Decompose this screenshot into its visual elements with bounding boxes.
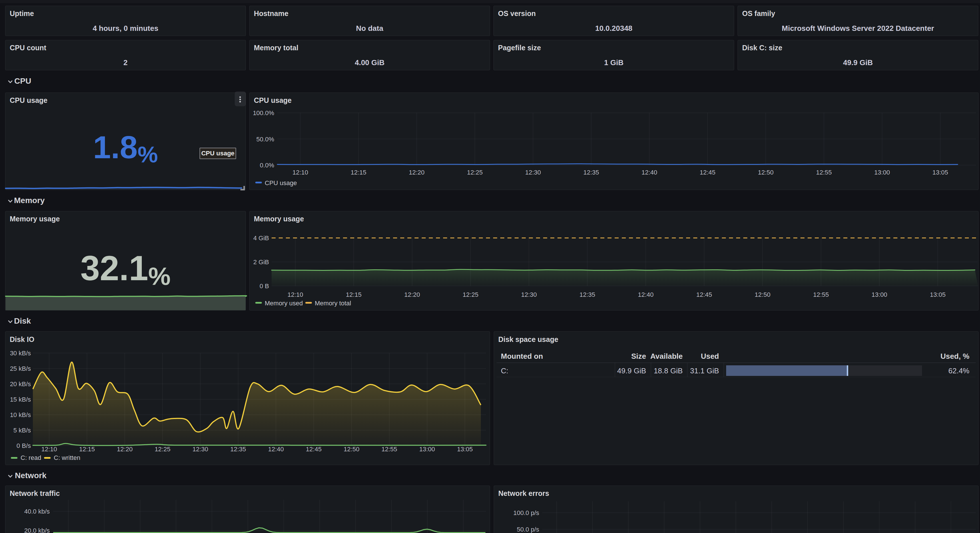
svg-text:C: written: C: written xyxy=(54,454,80,461)
svg-text:15 kB/s: 15 kB/s xyxy=(10,396,31,403)
svg-text:12:55: 12:55 xyxy=(813,291,829,298)
svg-text:Memory used: Memory used xyxy=(265,300,303,307)
svg-text:12:40: 12:40 xyxy=(638,291,654,298)
svg-text:C: read: C: read xyxy=(21,454,41,461)
svg-text:12:35: 12:35 xyxy=(583,169,599,176)
svg-text:12:10: 12:10 xyxy=(287,291,303,298)
svg-text:100.0 p/s: 100.0 p/s xyxy=(513,509,539,516)
svg-text:13:00: 13:00 xyxy=(419,446,435,453)
svg-text:Available: Available xyxy=(651,352,682,360)
svg-text:12:50: 12:50 xyxy=(758,169,773,176)
svg-text:12:15: 12:15 xyxy=(350,169,366,176)
svg-text:50.0 p/s: 50.0 p/s xyxy=(517,526,539,533)
svg-text:12:45: 12:45 xyxy=(700,169,715,176)
svg-text:62.4%: 62.4% xyxy=(948,366,969,375)
svg-text:12:15: 12:15 xyxy=(79,446,95,453)
svg-text:12:20: 12:20 xyxy=(409,169,425,176)
svg-text:25 kB/s: 25 kB/s xyxy=(10,365,31,372)
svg-text:12:30: 12:30 xyxy=(525,169,541,176)
svg-text:Used, %: Used, % xyxy=(940,352,969,360)
svg-text:13:05: 13:05 xyxy=(457,446,473,453)
svg-text:13:05: 13:05 xyxy=(932,169,948,176)
svg-text:12:30: 12:30 xyxy=(192,446,208,453)
svg-text:12:15: 12:15 xyxy=(346,291,362,298)
svg-text:12:10: 12:10 xyxy=(41,446,57,453)
svg-text:Mounted on: Mounted on xyxy=(501,352,543,360)
svg-text:100.0%: 100.0% xyxy=(253,109,274,117)
svg-text:12:40: 12:40 xyxy=(641,169,657,176)
svg-text:12:20: 12:20 xyxy=(117,446,133,453)
svg-text:20 kB/s: 20 kB/s xyxy=(10,381,31,388)
svg-text:2 GiB: 2 GiB xyxy=(253,259,269,266)
svg-text:13:00: 13:00 xyxy=(874,169,890,176)
svg-text:12:35: 12:35 xyxy=(230,446,246,453)
svg-text:13:00: 13:00 xyxy=(871,291,887,298)
svg-text:12:25: 12:25 xyxy=(467,169,482,176)
svg-text:30 kB/s: 30 kB/s xyxy=(10,350,31,357)
svg-text:50.0%: 50.0% xyxy=(256,136,274,143)
svg-text:12:10: 12:10 xyxy=(293,169,308,176)
svg-text:0 B/s: 0 B/s xyxy=(17,442,31,449)
svg-text:49.9 GiB: 49.9 GiB xyxy=(617,366,646,375)
svg-text:5 kB/s: 5 kB/s xyxy=(13,427,31,434)
svg-text:12:45: 12:45 xyxy=(697,291,712,298)
svg-text:12:25: 12:25 xyxy=(155,446,170,453)
svg-text:12:55: 12:55 xyxy=(816,169,832,176)
svg-text:C:: C: xyxy=(501,366,508,375)
svg-text:13:05: 13:05 xyxy=(930,291,946,298)
svg-text:12:50: 12:50 xyxy=(755,291,770,298)
svg-text:12:35: 12:35 xyxy=(579,291,595,298)
svg-text:Memory total: Memory total xyxy=(315,300,351,307)
svg-text:12:20: 12:20 xyxy=(404,291,420,298)
svg-text:4 GiB: 4 GiB xyxy=(253,235,269,242)
svg-text:Used: Used xyxy=(701,352,719,360)
svg-text:0 B: 0 B xyxy=(259,282,269,290)
svg-text:CPU usage: CPU usage xyxy=(265,179,297,187)
svg-text:Size: Size xyxy=(631,352,646,360)
svg-text:12:55: 12:55 xyxy=(381,446,397,453)
svg-text:12:30: 12:30 xyxy=(521,291,537,298)
svg-text:12:45: 12:45 xyxy=(306,446,321,453)
svg-text:40.0 kb/s: 40.0 kb/s xyxy=(24,508,50,515)
svg-text:20.0 kb/s: 20.0 kb/s xyxy=(24,527,50,533)
svg-text:18.8 GiB: 18.8 GiB xyxy=(654,366,682,375)
svg-text:12:40: 12:40 xyxy=(268,446,284,453)
svg-text:12:50: 12:50 xyxy=(344,446,360,453)
svg-text:31.1 GiB: 31.1 GiB xyxy=(690,366,719,375)
svg-text:10 kB/s: 10 kB/s xyxy=(10,411,31,419)
svg-text:0.0%: 0.0% xyxy=(260,162,274,169)
svg-text:12:25: 12:25 xyxy=(463,291,478,298)
